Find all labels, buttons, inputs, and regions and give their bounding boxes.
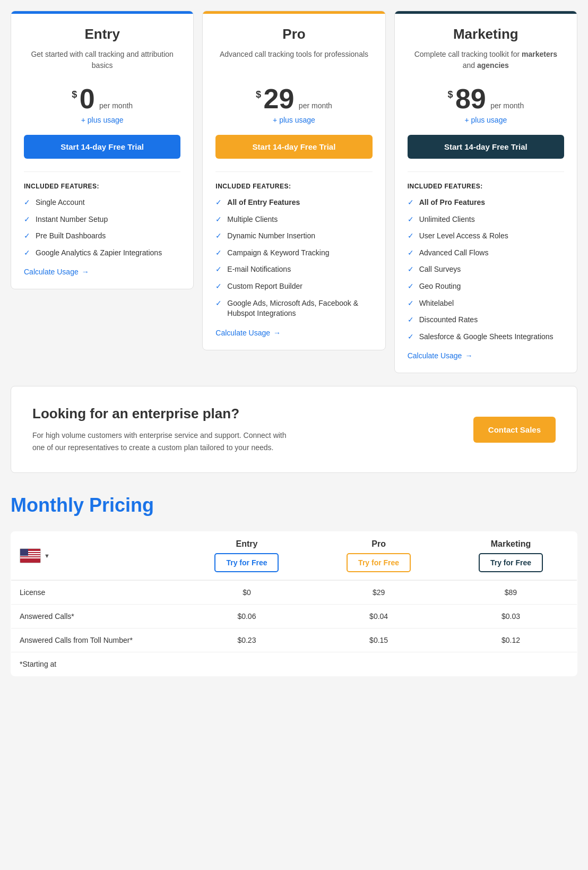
license-marketing-value: $89 <box>445 580 577 605</box>
table-row: License $0 $29 $89 <box>11 580 577 605</box>
pro-feature-3: ✓ Dynamic Number Insertion <box>215 231 372 242</box>
marketing-feature-text-6: Geo Routing <box>419 281 461 292</box>
table-header-country: ▼ <box>11 532 181 581</box>
check-icon: ✓ <box>215 248 222 257</box>
monthly-pricing-table: ▼ Entry Try for Free Pro Try for Free Ma… <box>11 531 577 676</box>
marketing-feature-1: ✓ All of Pro Features <box>408 197 564 208</box>
dropdown-arrow-icon[interactable]: ▼ <box>44 553 50 559</box>
monthly-pricing-title: Monthly Pricing <box>11 494 577 516</box>
marketing-feature-9: ✓ Salesforce & Google Sheets Integration… <box>408 332 564 342</box>
answered-calls-entry-value: $0.06 <box>181 605 313 628</box>
marketing-feature-text-8: Discounted Rates <box>419 315 478 325</box>
marketing-cta-button[interactable]: Start 14-day Free Trial <box>408 135 564 159</box>
pro-plus-usage[interactable]: + plus usage <box>215 116 372 124</box>
marketing-feature-text-7: Whitelabel <box>419 298 454 309</box>
contact-sales-button[interactable]: Contact Sales <box>473 417 556 443</box>
entry-plan-price: $ 0 per month <box>24 85 180 113</box>
arrow-right-icon: → <box>465 351 472 360</box>
entry-try-button[interactable]: Try for Free <box>214 553 279 572</box>
check-icon: ✓ <box>215 215 222 223</box>
pro-try-button[interactable]: Try for Free <box>347 553 411 572</box>
marketing-dollar-sign: $ <box>447 89 453 100</box>
pro-feature-2: ✓ Multiple Clients <box>215 214 372 225</box>
marketing-feature-6: ✓ Geo Routing <box>408 281 564 292</box>
marketing-feature-text-4: Advanced Call Flows <box>419 248 489 259</box>
license-pro-value: $29 <box>313 580 445 605</box>
pricing-cards: Entry Get started with call tracking and… <box>11 11 577 373</box>
entry-calculate-link[interactable]: Calculate Usage → <box>24 268 180 276</box>
check-icon: ✓ <box>408 215 414 223</box>
license-label: License <box>11 580 181 605</box>
entry-feature-text-3: Pre Built Dashboards <box>36 231 106 242</box>
entry-plan-name: Entry <box>24 26 180 42</box>
enterprise-title: Looking for an enterprise plan? <box>32 406 298 422</box>
entry-plan-description: Get started with call tracking and attri… <box>24 49 180 74</box>
check-icon: ✓ <box>408 248 414 257</box>
check-icon: ✓ <box>408 332 414 341</box>
license-entry-value: $0 <box>181 580 313 605</box>
table-marketing-label: Marketing <box>453 539 568 549</box>
marketing-feature-2: ✓ Unlimited Clients <box>408 214 564 225</box>
toll-calls-marketing-value: $0.12 <box>445 628 577 652</box>
table-row: Answered Calls* $0.06 $0.04 $0.03 <box>11 605 577 628</box>
pro-dollar-sign: $ <box>256 89 261 100</box>
marketing-calculate-text: Calculate Usage <box>408 351 462 360</box>
marketing-feature-text-2: Unlimited Clients <box>419 214 475 225</box>
enterprise-description: For high volume customers with enterpris… <box>32 429 298 453</box>
marketing-plan-price: $ 89 per month <box>408 85 564 113</box>
entry-plus-usage[interactable]: + plus usage <box>24 116 180 124</box>
marketing-features-label: INCLUDED FEATURES: <box>408 183 564 190</box>
marketing-plan-name: Marketing <box>408 26 564 42</box>
marketing-feature-text-1: All of Pro Features <box>419 197 485 208</box>
pro-feature-4: ✓ Campaign & Keyword Tracking <box>215 248 372 259</box>
pro-plan-card: Pro Advanced call tracking tools for pro… <box>202 11 385 350</box>
marketing-calculate-link[interactable]: Calculate Usage → <box>408 351 564 360</box>
footnote-row: *Starting at <box>11 652 577 676</box>
entry-feature-2: ✓ Instant Number Setup <box>24 214 180 225</box>
monthly-pricing-section: Monthly Pricing ▼ Entry Try for Free Pro… <box>11 494 577 697</box>
marketing-price-amount: 89 <box>455 83 486 114</box>
entry-dollar-sign: $ <box>72 89 77 100</box>
check-icon: ✓ <box>408 315 414 324</box>
marketing-plan-description: Complete call tracking toolkit for marke… <box>408 49 564 74</box>
enterprise-text-block: Looking for an enterprise plan? For high… <box>32 406 298 453</box>
pro-cta-button[interactable]: Start 14-day Free Trial <box>215 135 372 159</box>
marketing-price-period: per month <box>490 101 524 110</box>
table-header-pro: Pro Try for Free <box>313 532 445 581</box>
table-row: Answered Calls from Toll Number* $0.23 $… <box>11 628 577 652</box>
entry-price-period: per month <box>99 101 133 110</box>
starting-note: *Starting at <box>11 652 577 676</box>
entry-price-amount: 0 <box>80 83 95 114</box>
pro-feature-text-1: All of Entry Features <box>227 197 300 208</box>
check-icon: ✓ <box>408 282 414 290</box>
check-icon: ✓ <box>24 215 30 223</box>
check-icon: ✓ <box>408 265 414 273</box>
marketing-feature-7: ✓ Whitelabel <box>408 298 564 309</box>
answered-calls-label: Answered Calls* <box>11 605 181 628</box>
check-icon: ✓ <box>215 265 222 273</box>
pro-feature-text-3: Dynamic Number Insertion <box>227 231 315 242</box>
entry-feature-text-2: Instant Number Setup <box>36 214 108 225</box>
pro-feature-text-7: Google Ads, Microsoft Ads, Facebook & Hu… <box>227 298 372 319</box>
pro-features-label: INCLUDED FEATURES: <box>215 183 372 190</box>
marketing-feature-text-9: Salesforce & Google Sheets Integrations <box>419 332 554 342</box>
pro-price-amount: 29 <box>264 83 295 114</box>
pro-plan-description: Advanced call tracking tools for profess… <box>215 49 372 74</box>
marketing-plus-usage[interactable]: + plus usage <box>408 116 564 124</box>
flag-cell[interactable]: ▼ <box>20 548 172 563</box>
answered-calls-marketing-value: $0.03 <box>445 605 577 628</box>
marketing-feature-text-5: Call Surveys <box>419 264 461 275</box>
check-icon: ✓ <box>215 299 222 307</box>
check-icon: ✓ <box>408 299 414 307</box>
marketing-try-button[interactable]: Try for Free <box>479 553 543 572</box>
entry-cta-button[interactable]: Start 14-day Free Trial <box>24 135 180 159</box>
pro-feature-text-5: E-mail Notifications <box>227 264 291 275</box>
entry-feature-text-4: Google Analytics & Zapier Integrations <box>36 248 162 259</box>
entry-features: INCLUDED FEATURES: ✓ Single Account ✓ In… <box>24 171 180 276</box>
check-icon: ✓ <box>24 248 30 257</box>
entry-calculate-text: Calculate Usage <box>24 268 79 276</box>
arrow-right-icon: → <box>273 329 281 337</box>
pro-calculate-text: Calculate Usage <box>215 329 270 337</box>
pro-calculate-link[interactable]: Calculate Usage → <box>215 329 372 337</box>
us-flag-icon <box>20 548 41 563</box>
